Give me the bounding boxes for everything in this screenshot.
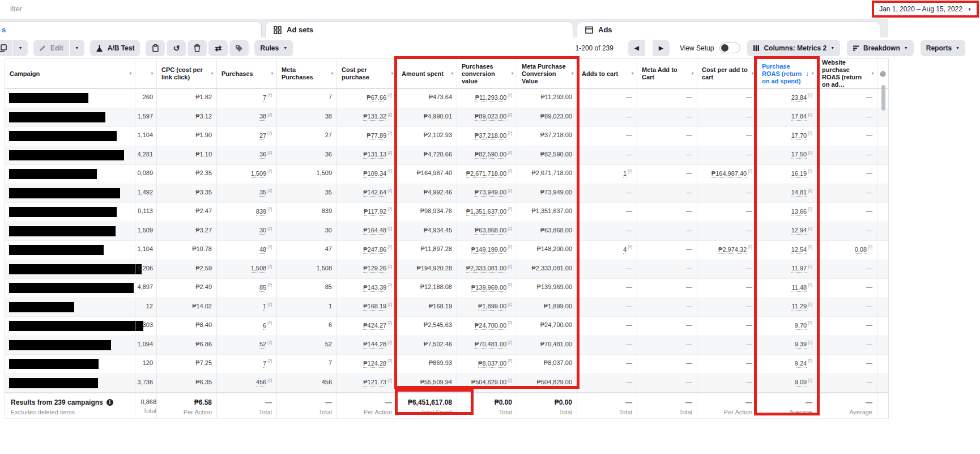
column-sort-caret-icon[interactable]: ▼ (811, 71, 815, 75)
cpp-value[interactable]: ₱124.28 (363, 360, 386, 368)
column-header-campaign[interactable]: Campaign▼ (5, 59, 135, 89)
cpp-value[interactable]: ₱144.28 (363, 341, 386, 349)
purchases-value[interactable]: 839 (256, 208, 266, 216)
column-sort-caret-icon[interactable]: ▼ (210, 71, 214, 75)
purchases-value[interactable]: 1,509 (251, 170, 267, 178)
table-row[interactable]: 1,509₱3.2730[2]30₱164.48[2]₱4,934.45₱63,… (5, 222, 889, 241)
duplicate-menu-caret[interactable]: ▼ (13, 40, 28, 56)
cpatc-value[interactable]: ₱164,987.40 (711, 170, 747, 178)
purchases-value[interactable]: 48 (259, 246, 266, 254)
cpp-value[interactable]: ₱168.19 (363, 303, 386, 311)
table-row[interactable]: 120₱7.257[2]7₱124.28[2]₱869.93₱8,037.00[… (5, 355, 889, 374)
cpp-value[interactable]: ₱121.73 (363, 379, 386, 387)
table-row[interactable]: 303₱8.406[2]6₱424.27[2]₱2,545.63₱24,700.… (5, 317, 889, 336)
column-sort-caret-icon[interactable]: ▼ (570, 71, 574, 75)
breakdown-button[interactable]: Breakdown ▼ (847, 40, 914, 56)
column-sort-caret-icon[interactable]: ▼ (270, 71, 274, 75)
web_roas-value[interactable]: 0.08 (855, 246, 867, 254)
roas-value[interactable]: 12.94 (791, 227, 807, 235)
tab-campaigns[interactable]: s (0, 22, 262, 37)
purchases-value[interactable]: 7 (263, 360, 266, 368)
cpp-value[interactable]: ₱77.89 (367, 132, 386, 140)
cpp-value[interactable]: ₱117.92 (364, 208, 386, 216)
tab-ad-sets[interactable]: Ad sets (265, 22, 573, 37)
table-row[interactable]: 1,104₱1.9027[2]27₱77.89[2]₱2,102.93₱37,2… (5, 127, 889, 146)
undo-button[interactable]: ↺ (167, 40, 186, 56)
table-row[interactable]: 1,094₱6.8652[2]52₱144.28[2]₱7,502.46₱70,… (5, 336, 889, 355)
atc-value[interactable]: 1 (623, 170, 627, 178)
table-row[interactable]: 1,492₱3.3535[2]35₱142.64[2]₱4,992.46₱73,… (5, 184, 889, 203)
column-sort-caret-icon[interactable]: ▼ (129, 71, 133, 75)
conv-value[interactable]: ₱24,700.00 (475, 322, 506, 330)
roas-value[interactable]: 13.66 (791, 208, 807, 216)
rules-button[interactable]: Rules ▼ (254, 40, 293, 56)
column-sort-caret-icon[interactable]: ▼ (450, 71, 454, 75)
conv-value[interactable]: ₱504,829.00 (471, 379, 506, 387)
vertical-scrollbar[interactable] (881, 85, 885, 111)
column-sort-caret-icon[interactable]: ▼ (630, 71, 634, 75)
column-sort-caret-icon[interactable]: ▼ (510, 71, 514, 75)
column-header-roas[interactable]: Purchase ROAS (return on ad spend)↓▼ (757, 59, 817, 89)
column-header-web_roas[interactable]: Website purchase ROAS (return on ad…▼ (817, 59, 877, 89)
atc-value[interactable]: 4 (623, 246, 627, 254)
cpp-value[interactable]: ₱247.86 (363, 246, 386, 254)
roas-value[interactable]: 17.70 (791, 132, 807, 140)
table-row[interactable]: 0,089₱2.351,509[2]1,509₱109.34[2]₱164,98… (5, 165, 889, 184)
conv-value[interactable]: ₱73,949.00 (475, 189, 506, 197)
conv-value[interactable]: ₱139,969.00 (471, 284, 506, 292)
column-header-conv[interactable]: Purchases conversion value▼ (457, 59, 517, 89)
roas-value[interactable]: 11.48 (791, 284, 807, 292)
conv-value[interactable]: ₱149,199.00 (471, 246, 506, 254)
purchases-value[interactable]: 85 (259, 284, 266, 292)
table-row[interactable]: 4,281₱1.1036[2]36₱131.13[2]₱4,720.66₱82,… (5, 146, 889, 165)
cpp-value[interactable]: ₱131.13 (363, 151, 386, 159)
column-sort-caret-icon[interactable]: ▼ (330, 71, 334, 75)
table-row[interactable]: 1,597₱3.1238[2]38₱131.32[2]₱4,990.01₱89,… (5, 108, 889, 127)
purchases-value[interactable]: 38 (259, 113, 266, 121)
conv-value[interactable]: ₱1,899.00 (478, 303, 506, 311)
view-setup-toggle[interactable] (719, 43, 740, 53)
roas-value[interactable]: 9.70 (795, 322, 807, 330)
table-row[interactable]: 4,897₱2.4985[2]85₱143.39[2]₱12,188.08₱13… (5, 279, 889, 298)
tab-ads[interactable]: Ads (577, 22, 880, 37)
columns-button[interactable]: Columns: Metrics 2 ▼ (747, 40, 840, 56)
column-header-meta_atc[interactable]: Meta Add to Cart▼ (637, 59, 697, 89)
next-page-button[interactable]: ▶ (653, 40, 670, 56)
column-header-purchases[interactable]: Purchases▼ (217, 59, 277, 89)
ab-test-button[interactable]: A/B Test (90, 40, 140, 56)
column-header-cpp[interactable]: Cost per purchase▼ (337, 59, 397, 89)
purchases-value[interactable]: 6 (263, 322, 266, 330)
cpp-value[interactable]: ₱67.66 (367, 94, 386, 102)
roas-value[interactable]: 11.29 (791, 303, 807, 311)
column-header-cpc[interactable]: CPC (cost per link click)▼ (157, 59, 217, 89)
conv-value[interactable]: ₱89,023.00 (475, 113, 506, 121)
cpp-value[interactable]: ₱143.39 (363, 284, 386, 292)
roas-value[interactable]: 23.84 (791, 94, 807, 102)
table-row[interactable]: 3,736₱6.35456[2]456₱121.73[2]₱55,509.94₱… (5, 374, 889, 393)
roas-value[interactable]: 12.54 (791, 246, 807, 254)
date-range-selector[interactable]: Jan 1, 2020 – Aug 15, 2022 (879, 5, 962, 13)
edit-menu-caret[interactable]: ▼ (70, 40, 84, 56)
table-row[interactable]: 260₱1.827[2]7₱67.66[2]₱473.64₱11,293.00[… (5, 89, 889, 108)
column-sort-caret-icon[interactable]: ▼ (871, 71, 875, 75)
search-filter-partial-text[interactable]: ilter (10, 5, 22, 13)
column-header-spent[interactable]: Amount spent▼ (397, 59, 457, 89)
table-row[interactable]: 1,104₱10.7848[2]47₱247.86[2]₱11,897.28₱1… (5, 241, 889, 260)
column-header-meta_purchases[interactable]: Meta Purchases▼ (277, 59, 337, 89)
roas-value[interactable]: 17.50 (791, 151, 807, 159)
column-header-atc[interactable]: Adds to cart▼ (577, 59, 637, 89)
conv-value[interactable]: ₱8,037.00 (478, 360, 506, 368)
roas-value[interactable]: 9.24 (795, 360, 807, 368)
reports-button[interactable]: Reports ▼ (921, 40, 965, 56)
column-sort-caret-icon[interactable]: ▼ (691, 71, 694, 75)
roas-value[interactable]: 9.39 (795, 341, 807, 349)
cpp-value[interactable]: ₱129.26 (363, 265, 386, 273)
purchases-value[interactable]: 456 (256, 379, 266, 387)
table-row[interactable]: 0,113₱2.47839[2]839₱117.92[2]₱98,934.76₱… (5, 203, 889, 222)
conv-value[interactable]: ₱82,590.00 (475, 151, 506, 159)
conv-value[interactable]: ₱70,481.00 (475, 341, 506, 349)
conv-value[interactable]: ₱2,671,718.00 (466, 170, 507, 178)
prev-page-button[interactable]: ◀ (628, 40, 645, 56)
column-sort-caret-icon[interactable]: ▼ (390, 71, 394, 75)
duplicate-button[interactable] (0, 40, 12, 56)
